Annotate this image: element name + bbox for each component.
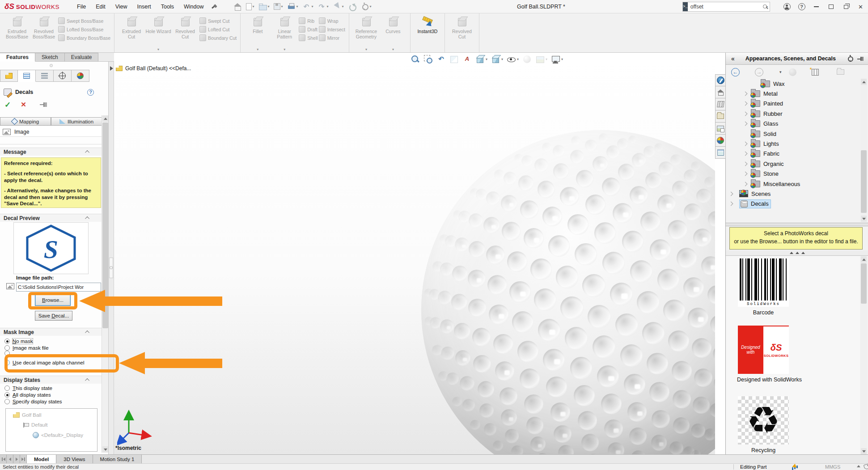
mirror-button[interactable]: Mirror xyxy=(319,34,345,41)
radio-specify-display-states[interactable]: Specify display states xyxy=(4,399,62,404)
display-states-tree-item[interactable]: Default xyxy=(23,422,47,428)
boundary-boss-base-button[interactable]: Boundary Boss/Base xyxy=(58,34,110,41)
tree-item-scenes[interactable]: Scenes xyxy=(726,189,860,199)
dropdown-icon[interactable]: ▾ xyxy=(517,57,519,61)
new-document-button[interactable]: ▾ xyxy=(245,2,256,11)
swept-cut-button[interactable]: Swept Cut xyxy=(199,17,237,24)
pm-help-button[interactable]: ? xyxy=(87,89,94,96)
radio-all-display-states[interactable]: All display states xyxy=(4,392,51,398)
menu-window[interactable]: Window xyxy=(179,2,208,12)
tab-solidworks-resources[interactable] xyxy=(715,74,726,86)
collapse-pane-button[interactable]: « xyxy=(731,55,735,62)
add-to-library-icon[interactable] xyxy=(812,69,819,76)
rebuild-button[interactable] xyxy=(347,2,358,11)
tab-custom-properties[interactable] xyxy=(715,147,726,159)
fillet-button[interactable]: Fillet▾ xyxy=(244,15,271,52)
dropdown-icon[interactable]: ▾ xyxy=(365,47,367,51)
apply-appearance-icon[interactable] xyxy=(789,68,796,76)
view-orientation-button[interactable]: ▾ xyxy=(474,54,488,65)
radio-image-mask-file[interactable]: Image mask file xyxy=(4,345,49,351)
tree-scrollbar[interactable] xyxy=(860,79,867,222)
menu-edit[interactable]: Edit xyxy=(91,2,110,12)
dropdown-icon[interactable]: ▾ xyxy=(392,47,394,51)
last-tab-button[interactable] xyxy=(20,455,27,463)
expand-chevron-icon[interactable] xyxy=(743,161,748,166)
tree-item-solid[interactable]: Solid xyxy=(726,129,860,139)
rib-button[interactable]: Rib xyxy=(299,17,318,24)
tree-item-glass[interactable]: Glass xyxy=(726,119,860,129)
menu-view[interactable]: View xyxy=(110,2,132,12)
dropdown-icon[interactable]: ▾ xyxy=(501,57,503,61)
search-icon[interactable] xyxy=(762,4,765,10)
dropdown-icon[interactable]: ▾ xyxy=(312,4,313,8)
swept-boss-base-button[interactable]: Swept Boss/Base xyxy=(58,17,110,24)
expand-chevron-icon[interactable] xyxy=(743,92,748,96)
tab-appearances[interactable] xyxy=(715,135,726,147)
mask-image-group-header[interactable]: Mask Image xyxy=(0,328,102,336)
previous-tab-button[interactable] xyxy=(7,455,13,463)
tab-configuration-manager[interactable] xyxy=(36,70,54,82)
tab-features[interactable]: Features xyxy=(0,53,35,62)
scroll-down-icon[interactable] xyxy=(861,448,867,454)
dropdown-icon[interactable]: ▾ xyxy=(253,4,254,8)
expand-chevron-icon[interactable] xyxy=(743,122,748,126)
units-label[interactable]: MMGS xyxy=(825,464,840,470)
expand-chevron-icon[interactable] xyxy=(743,172,748,176)
scroll-up-icon[interactable] xyxy=(861,256,867,263)
help-button[interactable]: ? xyxy=(794,0,809,13)
display-states-group-header[interactable]: Display States xyxy=(0,376,102,384)
menu-tools[interactable]: Tools xyxy=(156,2,179,12)
thumbnails-scrollbar[interactable] xyxy=(860,256,867,454)
expand-arrow-icon[interactable] xyxy=(110,66,113,71)
tab-illumination[interactable]: Illumination xyxy=(51,117,102,126)
lofted-cut-button[interactable]: Lofted Cut xyxy=(199,26,237,33)
scrollbar-thumb[interactable] xyxy=(861,150,867,213)
dropdown-icon[interactable]: ▾ xyxy=(281,4,283,8)
revolved-cut-button[interactable]: Revolved Cut xyxy=(449,15,475,52)
pane-splitter[interactable] xyxy=(726,223,868,226)
menu-pin-icon[interactable] xyxy=(211,4,217,10)
decal-item-designed-with-solidworks[interactable]: Designed withδSSOLIDWORKSDesigned with S… xyxy=(737,326,790,383)
tab-model[interactable]: Model xyxy=(27,455,56,463)
tab-file-explorer[interactable] xyxy=(715,110,726,123)
curves-button[interactable]: Curves▾ xyxy=(380,15,406,52)
annotation-visibility-button[interactable]: A xyxy=(462,54,473,65)
scrollbar-thumb[interactable] xyxy=(861,263,867,304)
tree-item-lights[interactable]: Lights xyxy=(726,139,860,148)
tree-item-organic[interactable]: Organic xyxy=(726,159,860,169)
dropdown-icon[interactable]: ▾ xyxy=(327,4,329,8)
expand-chevron-icon[interactable] xyxy=(729,192,733,196)
radio-icon[interactable] xyxy=(4,385,10,391)
decal-thumbnail[interactable]: SolidWorks xyxy=(738,258,789,307)
lofted-boss-base-button[interactable]: Lofted Boss/Base xyxy=(58,26,110,33)
tab-display-manager[interactable] xyxy=(72,70,89,82)
extruded-boss-base-button[interactable]: Extruded Boss/Base xyxy=(4,15,30,52)
hide-show-items-button[interactable]: ▾ xyxy=(506,54,520,65)
redo-button[interactable]: ↷▾ xyxy=(316,2,330,11)
tree-item-metal[interactable]: Metal xyxy=(726,89,860,98)
decal-thumbnail[interactable]: Designed withδSSOLIDWORKS xyxy=(738,326,789,374)
radio-icon[interactable] xyxy=(4,345,10,351)
tab-sketch[interactable]: Sketch xyxy=(35,53,65,61)
dropdown-icon[interactable]: ▾ xyxy=(342,4,344,8)
save-decal-button[interactable]: Save Decal... xyxy=(35,311,72,321)
tree-item-decals[interactable]: Decals xyxy=(726,199,860,209)
tab-feature-manager[interactable] xyxy=(0,70,18,82)
radio-icon[interactable] xyxy=(4,392,10,398)
pin-pane-icon[interactable] xyxy=(857,56,864,62)
tree-item-wax[interactable]: Wax xyxy=(726,79,860,89)
decal-item-recycling[interactable]: ♻Recycling xyxy=(737,396,790,453)
expand-chevron-icon[interactable] xyxy=(743,182,748,186)
hole-wizard-button[interactable]: Hole Wizard▾ xyxy=(145,15,172,52)
previous-view-button[interactable]: ↶ xyxy=(436,54,447,65)
radio-icon[interactable] xyxy=(4,339,10,344)
decal-item-barcode[interactable]: SolidWorksBarcode xyxy=(737,258,790,316)
graphics-viewport[interactable] xyxy=(114,53,715,454)
intersect-button[interactable]: Intersect xyxy=(319,26,345,33)
close-button[interactable]: ✕ xyxy=(853,0,868,13)
scroll-up-icon[interactable] xyxy=(102,115,108,122)
dropdown-icon[interactable]: ▾ xyxy=(486,57,487,61)
tab-view-palette[interactable] xyxy=(715,123,726,135)
expand-chevron-icon[interactable] xyxy=(743,152,748,156)
minimize-button[interactable] xyxy=(809,0,824,13)
